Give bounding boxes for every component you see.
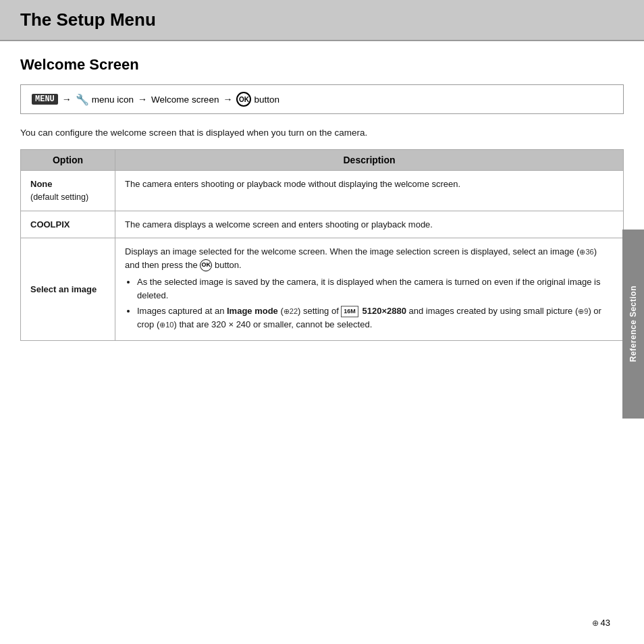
nav-path-box: MENU → 🔧 menu icon → Welcome screen → OK… bbox=[20, 84, 624, 114]
nav-menu-icon-label: menu icon bbox=[92, 95, 134, 105]
ref-e10: ⊕10 bbox=[159, 321, 173, 329]
img-mode-icon: 16M bbox=[341, 306, 358, 318]
desc-main-text: Displays an image selected for the welco… bbox=[125, 246, 597, 270]
ok-inline-icon: OK bbox=[200, 259, 212, 271]
menu-button-label: MENU bbox=[32, 94, 58, 105]
desc-select-image: Displays an image selected for the welco… bbox=[115, 238, 624, 341]
page-footer: ⊕ 43 bbox=[592, 618, 610, 628]
setup-icon: 🔧 bbox=[76, 93, 89, 106]
table-row: COOLPIX The camera displays a welcome sc… bbox=[21, 211, 624, 238]
list-item: As the selected image is saved by the ca… bbox=[137, 275, 614, 302]
button-label-nav: button bbox=[254, 95, 279, 105]
arrow-icon-3: → bbox=[223, 94, 232, 105]
desc-bullet-list: As the selected image is saved by the ca… bbox=[125, 275, 614, 331]
option-none: None (default setting) bbox=[21, 171, 115, 211]
list-item: Images captured at an Image mode (⊕22) s… bbox=[137, 304, 614, 331]
option-none-label: None bbox=[30, 179, 53, 189]
option-select-image: Select an image bbox=[21, 238, 115, 341]
page-number: 43 bbox=[601, 618, 610, 628]
table-header-row: Option Description bbox=[21, 150, 624, 171]
welcome-screen-label: Welcome screen bbox=[151, 95, 219, 105]
main-content: Welcome Screen MENU → 🔧 menu icon → Welc… bbox=[0, 41, 644, 354]
ok-button-nav: OK bbox=[236, 92, 251, 107]
option-none-sub: (default setting) bbox=[30, 191, 105, 204]
arrow-icon-1: → bbox=[62, 94, 72, 105]
ref-e36: ⊕36 bbox=[579, 248, 593, 256]
desc-coolpix: The camera displays a welcome screen and… bbox=[115, 211, 624, 238]
option-coolpix: COOLPIX bbox=[21, 211, 115, 238]
page-title: The Setup Menu bbox=[20, 9, 624, 30]
table-row: None (default setting) The camera enters… bbox=[21, 171, 624, 211]
page-ref-icon: ⊕ bbox=[592, 618, 599, 628]
ref-e9: ⊕9 bbox=[578, 307, 588, 315]
image-mode-bold: Image mode bbox=[227, 306, 278, 316]
options-table: Option Description None (default setting… bbox=[20, 149, 624, 341]
option-select-image-label: Select an image bbox=[30, 284, 97, 294]
section-title: Welcome Screen bbox=[20, 56, 624, 74]
page-header: The Setup Menu bbox=[0, 0, 644, 41]
table-row: Select an image Displays an image select… bbox=[21, 238, 624, 341]
side-tab-text: Reference Section bbox=[628, 286, 638, 362]
arrow-icon-2: → bbox=[138, 94, 147, 105]
intro-description: You can configure the welcome screen tha… bbox=[20, 126, 624, 140]
desc-none: The camera enters shooting or playback m… bbox=[115, 171, 624, 211]
option-coolpix-label: COOLPIX bbox=[30, 219, 70, 230]
ref-e22: ⊕22 bbox=[284, 307, 298, 315]
col-header-option: Option bbox=[21, 150, 115, 171]
col-header-description: Description bbox=[115, 150, 624, 171]
side-tab: Reference Section bbox=[622, 230, 644, 419]
resolution-label: 5120×2880 bbox=[360, 306, 406, 316]
